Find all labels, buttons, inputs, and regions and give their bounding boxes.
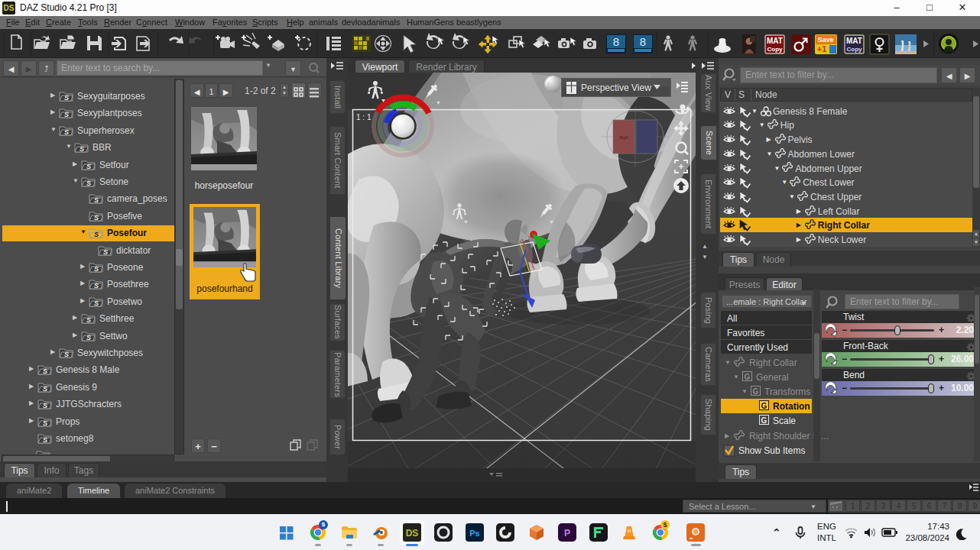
svg-text:S: S bbox=[86, 180, 91, 187]
svg-text:S: S bbox=[94, 299, 99, 307]
svg-text:S: S bbox=[86, 316, 91, 324]
svg-text:S: S bbox=[64, 111, 69, 118]
svg-text:MAT: MAT bbox=[846, 37, 862, 45]
svg-text:S: S bbox=[86, 334, 91, 341]
svg-text:S: S bbox=[64, 351, 69, 358]
svg-text:S: S bbox=[94, 214, 99, 222]
svg-text:Perspective View: Perspective View bbox=[581, 82, 651, 93]
svg-text:MAT: MAT bbox=[767, 37, 783, 45]
svg-text:S: S bbox=[80, 145, 84, 153]
svg-text:S: S bbox=[43, 385, 47, 393]
svg-text:S: S bbox=[43, 402, 47, 409]
svg-text:DS: DS bbox=[406, 528, 419, 539]
svg-text:S: S bbox=[43, 436, 47, 444]
svg-text:S: S bbox=[94, 282, 99, 290]
svg-text:Ps: Ps bbox=[469, 529, 479, 538]
svg-text:S: S bbox=[103, 248, 108, 256]
svg-text:S: S bbox=[94, 231, 99, 238]
svg-text:Copy: Copy bbox=[767, 46, 784, 53]
svg-text:S: S bbox=[86, 163, 91, 170]
svg-text:S: S bbox=[43, 367, 47, 375]
svg-text:8: 8 bbox=[640, 35, 646, 48]
svg-text:+1: +1 bbox=[817, 44, 827, 53]
svg-text:Save: Save bbox=[817, 36, 833, 44]
svg-text:S: S bbox=[64, 128, 69, 136]
svg-text:Copy: Copy bbox=[847, 46, 863, 53]
svg-text:S: S bbox=[43, 419, 47, 427]
svg-text:Right: Right bbox=[619, 135, 628, 140]
svg-text:S: S bbox=[94, 265, 99, 273]
svg-text:P: P bbox=[564, 528, 570, 539]
svg-text:S: S bbox=[94, 196, 99, 204]
svg-text:1 : 1: 1 : 1 bbox=[356, 113, 372, 121]
svg-text:S: S bbox=[64, 94, 69, 102]
svg-text:8: 8 bbox=[613, 35, 619, 48]
